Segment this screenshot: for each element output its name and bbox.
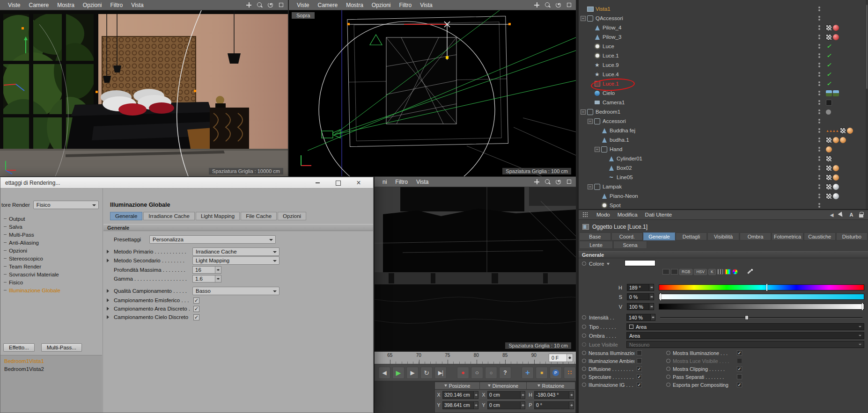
panel-grid-icon[interactable] bbox=[582, 212, 588, 217]
menu-item[interactable]: Camere bbox=[313, 2, 342, 8]
checker-badge[interactable] bbox=[826, 184, 832, 190]
keyframe-ring-icon[interactable] bbox=[582, 261, 586, 266]
menu-item[interactable]: Modo bbox=[593, 212, 614, 217]
position-x-input[interactable]: 320.146 cm bbox=[442, 391, 478, 399]
checkbox[interactable] bbox=[193, 306, 199, 312]
tipo-select[interactable]: Area bbox=[626, 323, 864, 330]
object-row[interactable]: budha.1 bbox=[579, 135, 868, 145]
expand-arrow-icon[interactable] bbox=[103, 298, 114, 302]
menu-item[interactable]: Filtro bbox=[395, 2, 416, 8]
object-row[interactable]: Cylinder01 bbox=[579, 154, 868, 163]
expander-icon[interactable] bbox=[588, 91, 593, 96]
top-viewport-canvas[interactable] bbox=[289, 10, 576, 176]
render-viewport-canvas[interactable] bbox=[0, 10, 288, 176]
object-row[interactable]: Luce.1 ✓ bbox=[579, 51, 868, 60]
expander-icon[interactable]: − bbox=[581, 109, 586, 115]
settings-category-item[interactable]: Team Render bbox=[0, 262, 102, 270]
pan-icon[interactable] bbox=[534, 179, 540, 185]
zoom-icon[interactable] bbox=[257, 2, 263, 8]
checker-badge[interactable] bbox=[826, 156, 832, 162]
menu-item[interactable]: Filtro bbox=[391, 179, 412, 185]
expander-icon[interactable] bbox=[588, 63, 593, 68]
visibility-dots[interactable] bbox=[817, 166, 822, 170]
object-row[interactable]: Luce.9 ✓ bbox=[579, 60, 868, 70]
menu-item[interactable]: Viste bbox=[4, 2, 24, 8]
metodo-primario-select[interactable]: Irradiance Cache bbox=[192, 247, 280, 256]
menu-item[interactable]: Vista bbox=[127, 2, 147, 8]
tag-badges[interactable]: ✓ bbox=[826, 43, 865, 50]
object-row[interactable]: − QAccessori bbox=[579, 14, 868, 23]
green-check-badge[interactable]: ✓ bbox=[826, 62, 832, 68]
keyframe-ring-icon[interactable] bbox=[582, 359, 586, 363]
expand-arrow-icon[interactable] bbox=[103, 259, 114, 262]
autokey-button[interactable] bbox=[471, 367, 483, 379]
tag-badges[interactable]: ▲▲▲▲ bbox=[826, 128, 865, 134]
checker-badge[interactable] bbox=[826, 165, 832, 171]
visibility-dots[interactable] bbox=[817, 44, 822, 49]
settings-category-item[interactable]: Fisico bbox=[0, 278, 102, 286]
stepper-arrows[interactable] bbox=[569, 402, 574, 409]
expander-icon[interactable] bbox=[595, 203, 600, 208]
record-button[interactable] bbox=[457, 367, 469, 379]
green-check-badge[interactable]: ✓ bbox=[826, 53, 832, 59]
visibility-dots[interactable] bbox=[817, 35, 822, 39]
tag-badges[interactable] bbox=[826, 193, 865, 199]
expander-icon[interactable] bbox=[588, 35, 593, 40]
tag-badges[interactable] bbox=[826, 100, 865, 106]
visibility-dots[interactable] bbox=[817, 156, 822, 161]
keyframe-ring-icon[interactable] bbox=[582, 367, 586, 371]
rotation-h-input[interactable]: -180.043 ° bbox=[534, 391, 574, 399]
visibility-dots[interactable] bbox=[817, 147, 822, 152]
hsv-mode-button[interactable]: HSV bbox=[694, 269, 706, 275]
tag-badges[interactable]: ✓ bbox=[826, 81, 865, 87]
maximize-icon[interactable] bbox=[278, 2, 284, 8]
menu-item[interactable]: Opzioni bbox=[79, 2, 106, 8]
settings-category-item[interactable]: Illuminazione Globale bbox=[0, 286, 102, 294]
tag-badges[interactable]: ✓ bbox=[826, 62, 865, 68]
attribute-tab[interactable]: Base bbox=[579, 232, 611, 240]
menu-item[interactable]: Filtro bbox=[106, 2, 127, 8]
visibility-dots[interactable] bbox=[817, 63, 822, 67]
color-store-swatch[interactable] bbox=[671, 269, 678, 275]
gradient-chip-badge[interactable] bbox=[826, 90, 832, 96]
menu-item[interactable]: Opzioni bbox=[368, 2, 395, 8]
tag-badges[interactable] bbox=[826, 25, 865, 31]
object-row[interactable]: Vista1 bbox=[579, 4, 868, 14]
expander-icon[interactable] bbox=[602, 175, 607, 180]
close-icon[interactable] bbox=[352, 179, 366, 187]
rotate-icon[interactable] bbox=[555, 2, 561, 8]
visibility-dots[interactable] bbox=[817, 100, 822, 105]
menu-item[interactable]: Mostra bbox=[53, 2, 79, 8]
attribute-tab[interactable]: Generale bbox=[643, 232, 675, 240]
keyframe-ring-icon[interactable] bbox=[582, 333, 586, 338]
keyframe-ring-icon[interactable] bbox=[666, 367, 670, 371]
keyframe-ring-icon[interactable] bbox=[666, 359, 670, 363]
visibility-dots[interactable] bbox=[817, 25, 822, 30]
settings-tab[interactable]: File Cache bbox=[241, 212, 277, 220]
object-row[interactable]: Camera1 bbox=[579, 98, 868, 107]
settings-tab[interactable]: Light Mapping bbox=[196, 212, 240, 220]
expander-icon[interactable]: − bbox=[595, 147, 600, 152]
visibility-dots[interactable] bbox=[817, 53, 822, 58]
expander-icon[interactable] bbox=[595, 194, 600, 199]
settings-category-item[interactable]: Opzioni bbox=[0, 246, 102, 254]
expander-icon[interactable] bbox=[602, 166, 607, 171]
checkbox[interactable] bbox=[193, 297, 199, 304]
saturation-input[interactable]: 0 % bbox=[627, 293, 654, 300]
sphere-orange-badge[interactable] bbox=[840, 137, 846, 143]
visibility-dots[interactable] bbox=[817, 194, 822, 198]
expander-icon[interactable] bbox=[588, 72, 593, 77]
object-row[interactable]: − Bedroom1 bbox=[579, 107, 868, 116]
checkbox[interactable] bbox=[637, 350, 642, 355]
back-icon[interactable] bbox=[829, 212, 835, 218]
expander-icon[interactable] bbox=[595, 128, 600, 133]
kelvin-mode-button[interactable]: K bbox=[708, 269, 716, 275]
stepper-arrows[interactable] bbox=[215, 275, 221, 282]
tag-badges[interactable] bbox=[826, 165, 865, 171]
sphere-orange-badge[interactable] bbox=[833, 137, 839, 143]
position-y-input[interactable]: 398.641 cm bbox=[442, 401, 478, 409]
expander-icon[interactable]: − bbox=[588, 119, 593, 124]
lock-icon[interactable] bbox=[858, 212, 864, 218]
sphere-red-badge[interactable] bbox=[833, 34, 839, 40]
expander-icon[interactable] bbox=[595, 138, 600, 143]
